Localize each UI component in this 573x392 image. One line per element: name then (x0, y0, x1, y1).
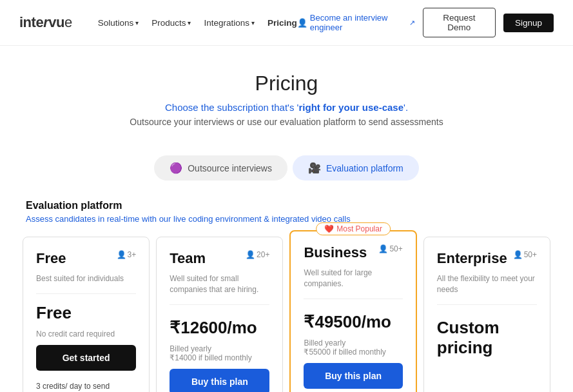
card-header-free: Free 👤 3+ (36, 250, 136, 267)
popular-badge: ❤️ Most Popular (316, 222, 391, 235)
divider (36, 293, 136, 294)
nav-pricing[interactable]: Pricing (267, 18, 297, 28)
users-icon: 👤 (246, 250, 255, 259)
user-count-enterprise: 👤 50+ (513, 250, 537, 259)
hero-subtitle: Choose the subscription that's 'right fo… (13, 102, 560, 113)
request-demo-button[interactable]: Request Demo (423, 8, 496, 37)
external-link-icon: ↗ (409, 19, 415, 27)
logo[interactable]: intervue (19, 14, 72, 31)
plan-free: Free 👤 3+ Best suited for individuals Fr… (23, 237, 150, 392)
chevron-down-icon: ▾ (188, 19, 191, 26)
divider (170, 304, 269, 305)
become-engineer-link[interactable]: 👤 Become an interview engineer ↗ (297, 13, 415, 32)
plan-business: ❤️ Most Popular Business 👤 50+ Well suit… (289, 230, 416, 392)
buy-plan-team-button[interactable]: Buy this plan (170, 369, 269, 392)
plan-price-team: ₹12600/mo (170, 318, 269, 338)
get-started-button[interactable]: Get started (36, 345, 136, 371)
plan-price-note-team: Billed yearly ₹14000 if billed monthly (170, 344, 269, 362)
users-icon: 👤 (378, 244, 388, 253)
users-icon: 👤 (117, 250, 126, 259)
plan-price-free: Free (36, 303, 136, 323)
section-desc: Assess candidates in real-time with our … (26, 214, 547, 224)
signup-button[interactable]: Signup (503, 14, 554, 32)
outsource-icon: 🟣 (170, 162, 182, 174)
card-header-enterprise: Enterprise 👤 50+ (437, 250, 537, 267)
plan-team: Team 👤 20+ Well suited for small compani… (156, 237, 283, 392)
navbar: intervue Solutions ▾ Products ▾ Integrat… (0, 0, 573, 46)
features-free: 3 credits/ day to send assessments or us… (36, 381, 136, 392)
plan-name-enterprise: Enterprise (437, 250, 507, 267)
chevron-down-icon: ▾ (251, 19, 255, 26)
tab-container: 🟣 Outsource interviews 🎥 Evaluation plat… (0, 155, 573, 181)
plan-price-business: ₹49500/mo (304, 312, 402, 332)
page-title: Pricing (13, 72, 560, 95)
plan-desc-business: Well suited for large companies. (304, 268, 402, 289)
card-header-business: Business 👤 50+ (304, 244, 402, 261)
card-header-team: Team 👤 20+ (170, 250, 269, 267)
tab-outsource-interviews[interactable]: 🟣 Outsource interviews (154, 155, 287, 181)
divider (437, 304, 537, 305)
plan-enterprise: Enterprise 👤 50+ All the flexibility to … (423, 237, 550, 392)
user-count-team: 👤 20+ (246, 250, 269, 259)
divider (304, 299, 402, 299)
section-title: Evaluation platform (26, 200, 547, 211)
price-placeholder (437, 364, 537, 387)
plan-name-free: Free (36, 250, 66, 267)
plan-name-business: Business (304, 244, 367, 261)
section-header: Evaluation platform Assess candidates in… (0, 200, 573, 237)
chevron-down-icon: ▾ (135, 19, 139, 26)
nav-right: 👤 Become an interview engineer ↗ Request… (297, 8, 554, 37)
plan-price-note-business: Billed yearly ₹55000 if billed monthly (304, 338, 402, 357)
user-count-free: 👤 3+ (117, 250, 137, 259)
pricing-cards: Free 👤 3+ Best suited for individuals Fr… (0, 237, 573, 392)
plan-desc-free: Best suited for individuals (36, 273, 136, 284)
user-count-business: 👤 50+ (378, 244, 402, 253)
hero-section: Pricing Choose the subscription that's '… (0, 46, 573, 140)
person-icon: 👤 (297, 18, 307, 28)
plan-name-team: Team (170, 250, 206, 267)
users-icon: 👤 (513, 250, 523, 259)
no-credit-card: No credit card required (36, 329, 136, 338)
plan-desc-team: Well suited for small companies that are… (170, 273, 269, 295)
nav-solutions[interactable]: Solutions ▾ (98, 18, 139, 28)
nav-products[interactable]: Products ▾ (151, 18, 191, 28)
plan-price-enterprise: Custom pricing (437, 318, 537, 358)
plan-desc-enterprise: All the flexibility to meet your needs (437, 273, 537, 295)
feature-item: 3 credits/ day to send assessments or us… (36, 381, 136, 392)
tab-evaluation-platform[interactable]: 🎥 Evaluation platform (293, 155, 419, 181)
hero-desc: Outsource your interviews or use our eva… (13, 117, 560, 127)
heart-icon: ❤️ (324, 224, 334, 233)
nav-integrations[interactable]: Integrations ▾ (204, 18, 255, 28)
evaluation-icon: 🎥 (308, 162, 321, 174)
nav-links: Solutions ▾ Products ▾ Integrations ▾ Pr… (98, 18, 297, 28)
buy-plan-business-button[interactable]: Buy this plan (304, 363, 402, 389)
